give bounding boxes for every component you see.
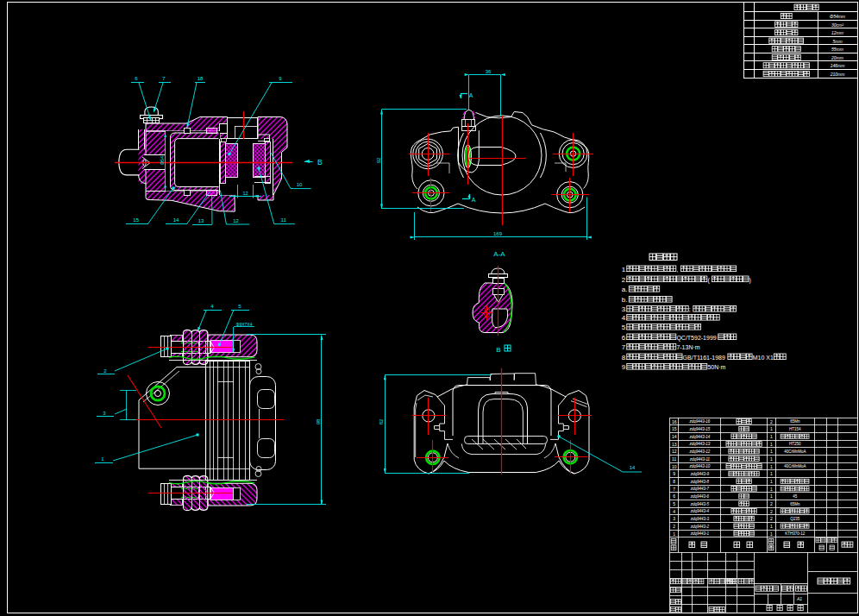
svg-text:82: 82 xyxy=(379,418,384,424)
svg-text:zdq9443-16: zdq9443-16 xyxy=(689,419,711,424)
svg-text:1: 1 xyxy=(770,449,773,454)
svg-text:zdq9443-12: zdq9443-12 xyxy=(689,449,711,454)
svg-text:65Mn: 65Mn xyxy=(790,419,800,424)
svg-text:14: 14 xyxy=(630,465,636,470)
svg-text:2: 2 xyxy=(770,419,773,424)
svg-text:1: 1 xyxy=(673,531,675,537)
svg-text:3: 3 xyxy=(673,516,675,521)
svg-text:146mm: 146mm xyxy=(831,63,845,68)
svg-text:a.: a. xyxy=(622,286,628,293)
svg-text:92: 92 xyxy=(376,157,381,163)
svg-text:1: 1 xyxy=(770,434,773,439)
svg-text:11: 11 xyxy=(281,217,287,223)
svg-text:10: 10 xyxy=(672,464,677,469)
svg-text:12: 12 xyxy=(242,191,248,196)
svg-text:8: 8 xyxy=(673,479,675,484)
svg-text:Φ9X7X4: Φ9X7X4 xyxy=(235,322,252,327)
svg-text:4: 4 xyxy=(673,509,675,514)
svg-text:QC/T592-1999: QC/T592-1999 xyxy=(676,335,716,342)
svg-text:7-13N·m: 7-13N·m xyxy=(676,344,699,350)
svg-text:zdq9443-4: zdq9443-4 xyxy=(690,509,710,513)
svg-text:1: 1 xyxy=(770,456,773,462)
svg-text:36: 36 xyxy=(486,69,492,74)
svg-text:,: , xyxy=(676,267,678,273)
svg-text:Φ54: Φ54 xyxy=(160,156,165,166)
svg-text:1: 1 xyxy=(770,464,773,469)
svg-text:zdq9443-10: zdq9443-10 xyxy=(689,464,711,468)
svg-text:30cm²: 30cm² xyxy=(831,22,843,28)
svg-text:GB/T1161-1989: GB/T1161-1989 xyxy=(683,355,725,361)
svg-text:zdq9443-9: zdq9443-9 xyxy=(690,472,710,476)
svg-text:A-A: A-A xyxy=(493,250,505,258)
svg-text:HT250: HT250 xyxy=(789,442,801,446)
svg-text:12: 12 xyxy=(233,218,239,223)
svg-text:zdq9443-5: zdq9443-5 xyxy=(690,502,710,506)
svg-text:98: 98 xyxy=(316,418,321,424)
svg-text:12: 12 xyxy=(672,449,677,454)
svg-text:HT154: HT154 xyxy=(789,427,801,431)
svg-text:2: 2 xyxy=(770,509,773,514)
svg-text:10: 10 xyxy=(297,182,303,187)
svg-text:Φ54mm: Φ54mm xyxy=(830,14,845,19)
svg-text:50N·m: 50N·m xyxy=(707,364,725,370)
svg-text:15: 15 xyxy=(672,426,677,431)
svg-text:2: 2 xyxy=(770,501,773,506)
svg-text:M10 X1: M10 X1 xyxy=(753,355,774,361)
svg-text:210mm: 210mm xyxy=(830,72,845,77)
svg-text:55mm: 55mm xyxy=(831,47,843,52)
svg-text:B: B xyxy=(496,346,500,354)
svg-text:40CrMnMoA: 40CrMnMoA xyxy=(784,464,806,468)
svg-text:KTH370-12: KTH370-12 xyxy=(785,531,806,536)
svg-text:13: 13 xyxy=(672,442,677,447)
svg-text:1: 1 xyxy=(770,531,773,537)
svg-text:zdq9443-6: zdq9443-6 xyxy=(690,494,710,499)
svg-text:2: 2 xyxy=(770,516,773,521)
svg-text:): ) xyxy=(749,277,751,284)
svg-text:zdq9443-15: zdq9443-15 xyxy=(689,427,711,431)
svg-text:6: 6 xyxy=(673,493,675,499)
svg-text:zdq9443-2: zdq9443-2 xyxy=(690,525,710,529)
svg-text:5mm: 5mm xyxy=(832,39,842,44)
svg-text:1: 1 xyxy=(770,442,773,447)
svg-text:zdq9443-13: zdq9443-13 xyxy=(689,442,711,446)
svg-text:11: 11 xyxy=(672,456,676,462)
svg-text:169: 169 xyxy=(493,231,503,236)
svg-text:1: 1 xyxy=(770,426,773,431)
svg-text:13: 13 xyxy=(198,218,204,223)
svg-text:A1: A1 xyxy=(796,596,802,601)
svg-text:zdq9443-7: zdq9443-7 xyxy=(690,487,710,491)
svg-text:b.: b. xyxy=(622,296,628,304)
svg-text:2: 2 xyxy=(673,524,675,529)
svg-text:20mm: 20mm xyxy=(831,55,843,60)
svg-text:16: 16 xyxy=(672,419,677,424)
svg-text:zdq9443-3: zdq9443-3 xyxy=(690,517,710,521)
svg-text:A: A xyxy=(472,197,476,203)
svg-text:14: 14 xyxy=(672,434,677,439)
svg-text:65Mn: 65Mn xyxy=(790,502,800,506)
svg-text:12mm: 12mm xyxy=(831,30,843,35)
svg-text:1: 1 xyxy=(770,524,773,529)
svg-text:zdq9443-8: zdq9443-8 xyxy=(690,480,710,484)
svg-text:7: 7 xyxy=(673,487,675,492)
svg-text:1: 1 xyxy=(770,479,773,484)
svg-text:1: 1 xyxy=(770,493,773,499)
svg-text:45: 45 xyxy=(793,494,798,499)
svg-text:15: 15 xyxy=(133,217,139,223)
svg-text:1: 1 xyxy=(770,487,773,492)
svg-text:18: 18 xyxy=(198,76,204,81)
svg-text:;: ; xyxy=(689,306,691,312)
svg-text:A: A xyxy=(469,92,473,98)
svg-text:Q235: Q235 xyxy=(790,517,800,521)
svg-text:1: 1 xyxy=(770,471,773,476)
svg-text:9: 9 xyxy=(673,471,675,476)
svg-text:5: 5 xyxy=(673,501,675,506)
svg-text:zdq9443-14: zdq9443-14 xyxy=(689,435,711,439)
svg-text:14: 14 xyxy=(173,217,179,223)
svg-text:40CrMnMoA: 40CrMnMoA xyxy=(784,449,806,454)
svg-text:zdq9443-11: zdq9443-11 xyxy=(689,457,711,462)
svg-text:B: B xyxy=(317,158,323,167)
svg-text:zdq9443-1: zdq9443-1 xyxy=(690,531,710,536)
